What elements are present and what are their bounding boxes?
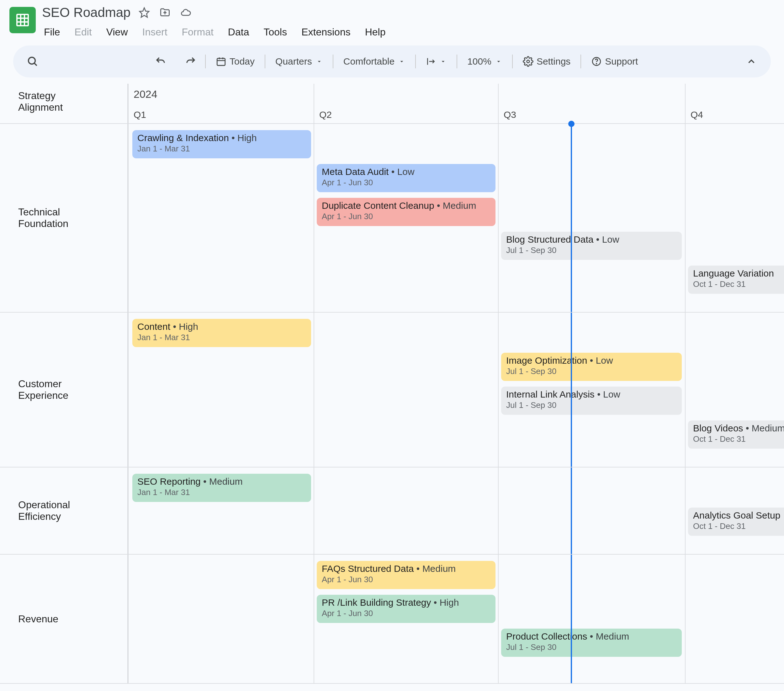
timeline-group: OperationalEfficiencySEO Reporting • Med… bbox=[0, 467, 784, 554]
task-dates: Apr 1 - Jun 30 bbox=[322, 178, 491, 188]
task-card[interactable]: FAQs Structured Data • MediumApr 1 - Jun… bbox=[317, 561, 496, 589]
menu-tools[interactable]: Tools bbox=[262, 25, 289, 39]
menu-view[interactable]: View bbox=[104, 25, 130, 39]
task-dates: Jan 1 - Mar 31 bbox=[137, 332, 306, 342]
support-button[interactable]: Support bbox=[587, 54, 642, 69]
separator bbox=[580, 54, 581, 68]
gridline bbox=[685, 554, 685, 683]
separator bbox=[205, 54, 206, 68]
menu-data[interactable]: Data bbox=[226, 25, 251, 39]
scale-dropdown[interactable]: Quarters bbox=[272, 54, 326, 69]
menu-extensions[interactable]: Extensions bbox=[300, 25, 352, 39]
task-card[interactable]: Meta Data Audit • LowApr 1 - Jun 30 bbox=[317, 164, 496, 192]
density-dropdown[interactable]: Comfortable bbox=[339, 54, 409, 69]
gridline bbox=[498, 467, 499, 554]
gridline bbox=[685, 84, 685, 123]
fit-width-dropdown[interactable] bbox=[422, 54, 450, 68]
svg-point-13 bbox=[527, 60, 530, 63]
chevron-down-icon bbox=[398, 58, 405, 65]
task-dates: Jul 1 - Sep 30 bbox=[506, 245, 677, 255]
gridline bbox=[128, 467, 128, 554]
quarter-label-q3: Q3 bbox=[504, 109, 516, 120]
task-card[interactable]: Crawling & Indexation • HighJan 1 - Mar … bbox=[132, 130, 311, 158]
task-title: SEO Reporting • Medium bbox=[137, 476, 306, 487]
quarter-label-q4: Q4 bbox=[690, 109, 703, 120]
svg-line-7 bbox=[34, 63, 37, 66]
task-dates: Oct 1 - Dec 31 bbox=[693, 279, 784, 289]
timeline-group: TechnicalFoundationCrawling & Indexation… bbox=[0, 124, 784, 313]
menu-insert[interactable]: Insert bbox=[140, 25, 169, 39]
gridline bbox=[498, 84, 499, 123]
task-title: Crawling & Indexation • High bbox=[137, 133, 306, 143]
separator bbox=[456, 54, 457, 68]
group-label: OperationalEfficiency bbox=[0, 467, 128, 554]
task-card[interactable]: Image Optimization • LowJul 1 - Sep 30 bbox=[501, 353, 682, 381]
zoom-dropdown[interactable]: 100% bbox=[463, 54, 506, 69]
timeline-heading: Strategy Alignment bbox=[0, 84, 128, 123]
toolbar: Today Quarters Comfortable 100% Settings… bbox=[13, 46, 771, 77]
menu-format[interactable]: Format bbox=[180, 25, 216, 39]
task-title: Blog Videos • Medium bbox=[693, 423, 784, 434]
search-icon[interactable] bbox=[25, 53, 41, 70]
task-title: Analytics Goal Setup bbox=[693, 510, 784, 521]
chevron-up-icon bbox=[746, 56, 757, 67]
today-button[interactable]: Today bbox=[212, 54, 259, 69]
group-tracks: Content • HighJan 1 - Mar 31Image Optimi… bbox=[128, 313, 784, 467]
gridline bbox=[128, 124, 128, 312]
move-to-folder-icon[interactable] bbox=[158, 6, 172, 20]
task-dates: Jul 1 - Sep 30 bbox=[506, 642, 677, 652]
task-title: Internal Link Analysis • Low bbox=[506, 389, 677, 400]
collapse-toolbar-icon[interactable] bbox=[743, 53, 759, 70]
sheets-logo[interactable] bbox=[10, 7, 36, 33]
separator bbox=[333, 54, 333, 68]
group-label-line: Foundation bbox=[18, 218, 68, 229]
task-card[interactable]: Blog Videos • MediumOct 1 - Dec 31 bbox=[688, 420, 784, 449]
task-dates: Apr 1 - Jun 30 bbox=[322, 609, 491, 618]
today-indicator-line bbox=[571, 467, 572, 554]
task-card[interactable]: Product Collections • MediumJul 1 - Sep … bbox=[501, 628, 682, 657]
task-card[interactable]: Duplicate Content Cleanup • MediumApr 1 … bbox=[317, 198, 496, 226]
star-icon[interactable] bbox=[137, 6, 151, 20]
settings-button[interactable]: Settings bbox=[519, 54, 574, 69]
doc-title[interactable]: SEO Roadmap bbox=[42, 5, 130, 20]
gridline bbox=[685, 124, 685, 312]
task-card[interactable]: Language VariationOct 1 - Dec 31 bbox=[688, 266, 784, 294]
chevron-down-icon bbox=[495, 58, 502, 65]
menu-edit[interactable]: Edit bbox=[73, 25, 94, 39]
cloud-status-icon[interactable] bbox=[179, 6, 193, 20]
gear-icon bbox=[523, 56, 534, 67]
scale-label: Quarters bbox=[275, 56, 312, 67]
gridline bbox=[314, 467, 314, 554]
task-card[interactable]: Internal Link Analysis • LowJul 1 - Sep … bbox=[501, 387, 682, 415]
task-card[interactable]: Analytics Goal SetupOct 1 - Dec 31 bbox=[688, 508, 784, 536]
gridline bbox=[314, 84, 314, 123]
task-card[interactable]: SEO Reporting • MediumJan 1 - Mar 31 bbox=[132, 474, 311, 502]
quarter-label-q1: Q1 bbox=[133, 109, 146, 120]
task-title: PR /Link Building Strategy • High bbox=[322, 597, 491, 608]
task-dates: Apr 1 - Jun 30 bbox=[322, 575, 491, 584]
gridline bbox=[498, 313, 499, 467]
task-dates: Jul 1 - Sep 30 bbox=[506, 400, 677, 410]
today-indicator-line bbox=[571, 554, 572, 683]
menu-file[interactable]: File bbox=[42, 25, 62, 39]
task-card[interactable]: Blog Structured Data • LowJul 1 - Sep 30 bbox=[501, 232, 682, 260]
group-label-line: Revenue bbox=[18, 613, 58, 625]
timeline-group: RevenueFAQs Structured Data • MediumApr … bbox=[0, 554, 784, 684]
menu-help[interactable]: Help bbox=[363, 25, 388, 39]
today-indicator-line bbox=[571, 313, 572, 467]
task-card[interactable]: PR /Link Building Strategy • HighApr 1 -… bbox=[317, 595, 496, 623]
undo-icon[interactable] bbox=[152, 53, 169, 70]
heading-line2: Alignment bbox=[18, 102, 118, 113]
timeline-group: CustomerExperienceContent • HighJan 1 - … bbox=[0, 313, 784, 467]
redo-icon[interactable] bbox=[183, 53, 199, 70]
group-tracks: Crawling & Indexation • HighJan 1 - Mar … bbox=[128, 124, 784, 312]
gridline bbox=[314, 124, 314, 312]
chevron-down-icon bbox=[316, 58, 323, 65]
task-card[interactable]: Content • HighJan 1 - Mar 31 bbox=[132, 319, 311, 347]
task-title: Meta Data Audit • Low bbox=[322, 166, 491, 177]
group-label-line: Customer bbox=[18, 378, 68, 390]
svg-point-6 bbox=[28, 58, 35, 64]
gridline bbox=[128, 554, 128, 683]
gridline bbox=[314, 554, 314, 683]
gridline bbox=[128, 84, 128, 123]
